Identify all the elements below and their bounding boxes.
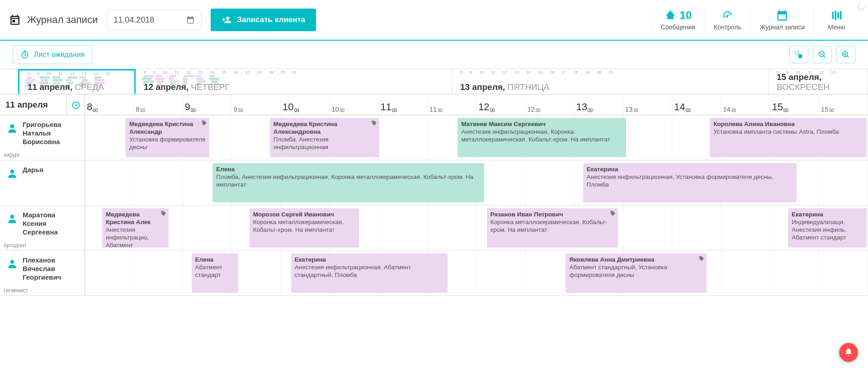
appointment[interactable]: Королева Алина ИвановнаУстановка имплант…	[710, 118, 866, 157]
staff-row[interactable]: Дарья	[0, 160, 85, 206]
appointment[interactable]: Медведева Кристина АлександрУстановка фо…	[126, 118, 209, 157]
nav-menu-label: Меню	[828, 23, 845, 31]
calendar-small-icon	[186, 15, 195, 24]
appointment[interactable]: Морозов Сергей ИвановичКоронка металлоке…	[250, 208, 359, 248]
time-slot: 1330	[623, 94, 672, 115]
nav-journal-label: Журнал записи	[760, 23, 805, 31]
nav-journal[interactable]: Журнал записи	[750, 6, 814, 34]
appointment[interactable]: Яковлева Анна ДмитриевнаАбатмент стандар…	[566, 253, 707, 293]
appointment[interactable]: ЕкатеринаАнестезия инфильтрационная, Аба…	[291, 253, 448, 293]
appt-client: Елена	[195, 256, 235, 264]
time-slot: 1400	[672, 94, 721, 115]
appointment[interactable]: ЕленаАбатмент стандарт	[192, 253, 239, 293]
appointment[interactable]: ЕленаПломба, Анестезия инфильтрационная,…	[212, 163, 484, 202]
time-header: 8008309009301000103011001130120012301300…	[85, 94, 868, 115]
schedule-sidebar: 11 апреля Григорьева Наталья Борисовнахи…	[0, 94, 85, 296]
staff-role: гигиенист	[4, 287, 28, 294]
staff-row[interactable]: Плеханов Вячеслав Георгиевичгигиенист	[0, 251, 85, 296]
appointment[interactable]: ЕкатеринаИндивидуализаци, Анестезия инфи…	[788, 208, 866, 248]
appt-service: Коронка металлокерамическая. Кобальт-хро…	[491, 219, 615, 234]
staff-name: Григорьева Наталья Борисовна	[23, 121, 81, 146]
appt-service: Анестезия инфильтрационная, Установка фо…	[587, 173, 793, 189]
schedule-row: Медведева Кристина АлекАнестезия инфильт…	[85, 206, 868, 251]
gauge-icon	[721, 9, 734, 22]
appt-client: Рязанов Иван Петрович	[491, 211, 615, 219]
add-client-button[interactable]: Записать клиента	[211, 9, 316, 31]
time-slot: 1300	[575, 94, 623, 115]
svg-point-13	[10, 260, 14, 264]
svg-point-12	[10, 215, 14, 219]
clock-toggle[interactable]	[66, 94, 85, 115]
svg-rect-3	[840, 11, 842, 19]
appointment[interactable]: Медведева Кристина АлекАнестезия инфильт…	[102, 208, 169, 248]
person-icon	[6, 122, 18, 134]
appt-service: Коронка металлокерамическая. Кобальт-хро…	[253, 219, 355, 234]
time-slot: 1100	[379, 94, 428, 115]
view-toggle-button[interactable]	[789, 46, 808, 63]
time-slot: 1000	[281, 94, 330, 115]
staff-name: Маратова Ксения Сергеевна	[23, 211, 81, 236]
day-tab[interactable]: 8910111213141511 апреля, СРЕДА	[18, 69, 136, 94]
appointment[interactable]: Рязанов Иван ПетровичКоронка металлокера…	[487, 208, 618, 248]
appt-client: Матвеев Максим Сергеевич	[461, 121, 622, 128]
tag-icon	[160, 210, 167, 217]
svg-rect-5	[796, 52, 799, 55]
appt-client: Яковлева Анна Дмитриевна	[569, 256, 703, 264]
appt-service: Установка формирователя десны	[129, 136, 206, 151]
appointment[interactable]: Медведева Кристина АлександровнаПломба, …	[270, 118, 379, 157]
time-slot: 900	[183, 94, 232, 115]
header-left: Журнал записи 11.04.2018 Записать клиент…	[9, 9, 316, 31]
appt-service: Пломба, Анестезия инфильтрационная, Коро…	[216, 173, 481, 189]
tag-icon	[200, 120, 208, 127]
day-tab[interactable]: 8910111213141516171819202113 апреля, ПЯТ…	[452, 69, 769, 94]
zoom-out-icon	[818, 50, 827, 59]
time-slot: 930	[232, 94, 281, 115]
appt-client: Медведева Кристина Александровна	[274, 121, 376, 136]
day-tab[interactable]: 891011121315 апреля, ВОСКРЕСЕН	[769, 69, 868, 94]
day-tab[interactable]: 8910111213141516171819202112 апреля, ЧЕТ…	[136, 69, 452, 94]
appointment[interactable]: Матвеев Максим СергеевичАнестезия инфиль…	[458, 118, 626, 157]
person-icon	[6, 258, 18, 270]
nav-control[interactable]: Контроль	[704, 6, 750, 34]
tag-icon	[698, 255, 705, 262]
toolbar-right	[789, 46, 855, 63]
staff-name: Дарья	[23, 166, 43, 174]
tag-icon	[609, 210, 616, 217]
time-slot: 830	[134, 94, 183, 115]
date-input[interactable]: 11.04.2018	[107, 10, 202, 30]
time-slot: 1230	[525, 94, 574, 115]
page-title-wrap: Журнал записи	[9, 14, 98, 26]
day-tabs: 8910111213141511 апреля, СРЕДА8910111213…	[0, 69, 868, 94]
zoom-out-button[interactable]	[813, 46, 832, 63]
staff-row[interactable]: Григорьева Наталья Борисовнахирург	[0, 115, 85, 160]
calendar-icon	[9, 14, 21, 26]
svg-rect-6	[798, 54, 802, 58]
staff-row[interactable]: Маратова Ксения Сергеевнаортодонт	[0, 206, 85, 251]
appt-service: Анестезия инфильтрационная, Абатмент ста…	[295, 264, 444, 279]
zoom-in-icon	[841, 50, 850, 59]
menu-bars-icon	[830, 9, 843, 22]
appt-service: Установка импланта системы Astra, Пломба	[713, 128, 863, 136]
appt-service: Индивидуализаци, Анестезия инфиль, Абатм…	[792, 219, 863, 242]
appt-service: Абатмент стандартный, Установка формиров…	[569, 264, 703, 279]
appointment[interactable]: ЕкатеринаАнестезия инфильтрационная, Уст…	[583, 163, 797, 202]
appt-client: Екатерина	[792, 211, 863, 219]
appt-service: Абатмент стандарт	[195, 264, 235, 279]
tag-icon	[370, 120, 377, 127]
svg-rect-0	[832, 11, 834, 19]
schedule-grid: 8008309009301000103011001130120012301300…	[85, 94, 868, 296]
time-slot: 1430	[721, 94, 770, 115]
time-slot: 1130	[428, 94, 476, 115]
waitlist-label: Лист ожидания	[34, 51, 85, 59]
calendar-nav-icon	[776, 9, 788, 22]
zoom-in-button[interactable]	[836, 46, 855, 63]
header-nav: 10 Сообщения Контроль Журнал записи Меню	[651, 6, 859, 34]
appt-service: Пломба, Анестезия инфильтрационная	[274, 136, 376, 151]
appt-service: Анестезия инфильтрацио, Абатмент	[106, 226, 165, 248]
waitlist-button[interactable]: Лист ожидания	[13, 45, 92, 64]
staff-role: хирург	[4, 152, 20, 158]
time-slot: 800	[85, 94, 134, 115]
nav-menu[interactable]: Меню	[814, 6, 859, 34]
messages-count: 10	[679, 9, 692, 22]
nav-messages[interactable]: 10 Сообщения	[651, 6, 704, 34]
